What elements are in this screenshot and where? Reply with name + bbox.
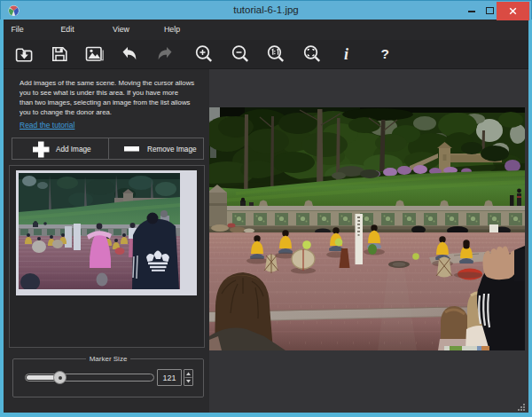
- svg-text:?: ?: [381, 46, 389, 61]
- svg-text:Add Image: Add Image: [56, 146, 91, 153]
- svg-text:Remove Image: Remove Image: [147, 146, 197, 153]
- svg-text:i: i: [344, 45, 348, 63]
